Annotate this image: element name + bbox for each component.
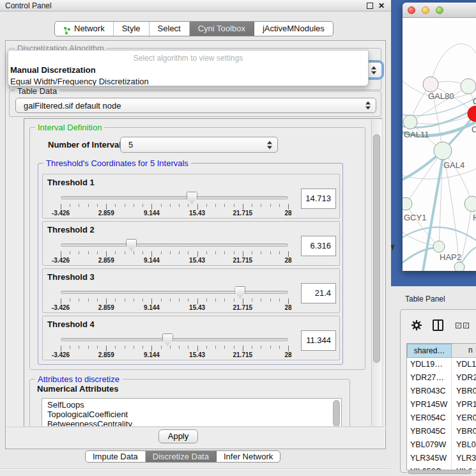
tab-jactivemnodules[interactable]: jActiveMNodules (254, 22, 333, 36)
window-close-button[interactable] (408, 6, 415, 14)
network-node[interactable] (403, 197, 412, 210)
number-of-intervals-combobox[interactable]: 5 (120, 137, 278, 153)
tab-discretize-data[interactable]: Discretize Data (146, 451, 217, 462)
combobox-stepper-icon (371, 65, 376, 75)
control-panel-bottom-divider (0, 468, 391, 470)
slider-tick-label: 21.715 (233, 210, 253, 217)
slider-tick-label: 28 (284, 210, 291, 217)
slider-tick-label: -3.426 (52, 304, 70, 311)
table-data-combobox[interactable]: galFiltered.sif default node (15, 98, 376, 113)
network-node[interactable] (454, 262, 464, 271)
threshold-value-field[interactable]: 21.4 (301, 283, 336, 303)
table-row[interactable]: YDR27…YDR2 (407, 371, 476, 385)
network-node-label: HAP2 (440, 252, 461, 262)
network-node-label: GAL11 (404, 130, 429, 139)
tab-impute-data-label: Impute Data (93, 451, 138, 462)
combobox-stepper-icon (365, 101, 371, 111)
threshold-slider-thumb[interactable] (126, 239, 137, 251)
threshold-row: Threshold 4 -3.4262.8599.14415.4321.7152… (42, 316, 340, 360)
slider-tick-label: 9.144 (144, 257, 160, 264)
network-node[interactable] (433, 241, 445, 252)
threshold-slider-track[interactable] (61, 196, 288, 199)
tab-network[interactable]: Network (55, 22, 114, 36)
threshold-slider-thumb[interactable] (187, 192, 197, 204)
slider-tick-label: 15.43 (189, 304, 205, 311)
column-header-shared-name[interactable]: shared… (407, 344, 452, 358)
list-scrollbar-thumb[interactable] (333, 400, 340, 427)
network-window[interactable]: GAL80GACGAL11GAL4GCY1HHAP2 (403, 3, 476, 271)
panel-vertical-scrollbar[interactable] (371, 119, 381, 426)
network-canvas[interactable]: GAL80GACGAL11GAL4GCY1HHAP2 (403, 19, 476, 271)
table-row[interactable]: YBR045CYBR0 (407, 425, 476, 438)
slider-tick-labels: -3.4262.8599.14415.4321.71528 (61, 257, 289, 265)
tab-cyni-toolbox-label: Cyni Toolbox (198, 22, 245, 36)
select-check-icon[interactable]: ✓ (456, 323, 461, 328)
attribute-item[interactable]: SelfLoops (42, 400, 341, 410)
float-window-icon[interactable] (367, 3, 373, 9)
tab-impute-data[interactable]: Impute Data (86, 451, 146, 462)
table-panel-section: Table Panel ✓ ✓ shared… (391, 286, 476, 476)
attribute-item[interactable]: TopologicalCoefficient (42, 410, 341, 419)
table-scrollbar-thumb[interactable] (408, 470, 472, 474)
tab-infer-network-label: Infer Network (224, 451, 273, 462)
slider-tick-label: 9.144 (144, 304, 160, 311)
table-row[interactable]: YPR145WYPR1 (407, 398, 476, 411)
threshold-slider-thumb[interactable] (234, 286, 245, 298)
table-horizontal-scrollbar[interactable] (407, 470, 475, 475)
apply-separator (6, 427, 386, 428)
slider-tick-label: -3.426 (52, 351, 70, 358)
threshold-slider-track[interactable] (61, 338, 288, 341)
network-node[interactable] (461, 79, 476, 94)
slider-tick-label: 28 (284, 257, 291, 264)
table-row[interactable]: YLR345WYLR3 (407, 452, 476, 465)
numerical-attributes-list[interactable]: SelfLoopsTopologicalCoefficientBetweenne… (42, 398, 342, 427)
network-window-titlebar[interactable] (403, 3, 476, 18)
slider-tick-labels: -3.4262.8599.14415.4321.71528 (61, 351, 289, 359)
network-node[interactable] (464, 196, 476, 211)
tab-infer-network[interactable]: Infer Network (217, 451, 280, 462)
table-row[interactable]: YBL079WYBL0 (407, 438, 476, 452)
tab-select[interactable]: Select (150, 22, 190, 36)
slider-tick-labels: -3.4262.8599.14415.4321.71528 (61, 210, 289, 217)
slider-tick-label: 9.144 (144, 210, 160, 217)
thresholds-group: Threshold's Coordinates for 5 Intervals … (38, 163, 343, 365)
threshold-value-field[interactable]: 11.344 (301, 330, 336, 351)
algorithm-option-equal-width[interactable]: Equal Width/Frequency Discretization (8, 76, 368, 86)
network-node[interactable] (403, 115, 417, 129)
threshold-row: Threshold 3 -3.4262.8599.14415.4321.7152… (42, 268, 340, 313)
panel-scrollbar-thumb[interactable] (373, 134, 380, 363)
close-icon[interactable]: ✕ (378, 1, 385, 11)
number-of-intervals-label: Number of Intervals (48, 140, 126, 150)
window-minimize-button[interactable] (422, 6, 429, 14)
slider-tick-label: 21.715 (233, 304, 253, 311)
threshold-value-field[interactable]: 14.713 (301, 188, 336, 209)
threshold-slider-track[interactable] (61, 243, 288, 247)
network-icon (63, 25, 71, 33)
tab-cyni-toolbox[interactable]: Cyni Toolbox (190, 22, 254, 36)
control-panel-titlebar: Control Panel ✕ (0, 0, 391, 12)
network-node[interactable] (423, 77, 438, 92)
table-cell: YBL079W (407, 438, 452, 452)
gear-icon[interactable] (411, 319, 422, 331)
attribute-item[interactable]: BetweennessCentrality (42, 419, 341, 427)
table-row[interactable]: YDL19…YDL1 (407, 358, 476, 371)
threshold-slider-track[interactable] (61, 291, 288, 294)
columns-icon[interactable] (433, 319, 443, 331)
tab-style[interactable]: Style (114, 22, 150, 36)
cyni-main-panel: Discretization Algorithm Table Data galF… (5, 40, 386, 449)
network-node-label: H (473, 213, 476, 222)
window-zoom-button[interactable] (436, 6, 443, 14)
table-row[interactable]: YBR043CYBR0 (407, 385, 476, 398)
column-header-name[interactable]: n (452, 344, 476, 358)
network-node[interactable] (434, 142, 452, 160)
table-cell: YDL1 (452, 358, 476, 371)
threshold-value-field[interactable]: 6.316 (301, 236, 336, 256)
select-check-icon[interactable]: ✓ (463, 323, 469, 328)
control-panel-title: Control Panel (5, 0, 52, 12)
algorithm-option-manual[interactable]: Manual Discretization (8, 65, 368, 76)
apply-button[interactable]: Apply (158, 429, 198, 443)
threshold-slider-thumb[interactable] (162, 334, 173, 346)
number-of-intervals-value: 5 (128, 140, 133, 150)
table-cell: YPR145W (407, 398, 452, 411)
table-row[interactable]: YER054CYER0 (407, 411, 476, 425)
